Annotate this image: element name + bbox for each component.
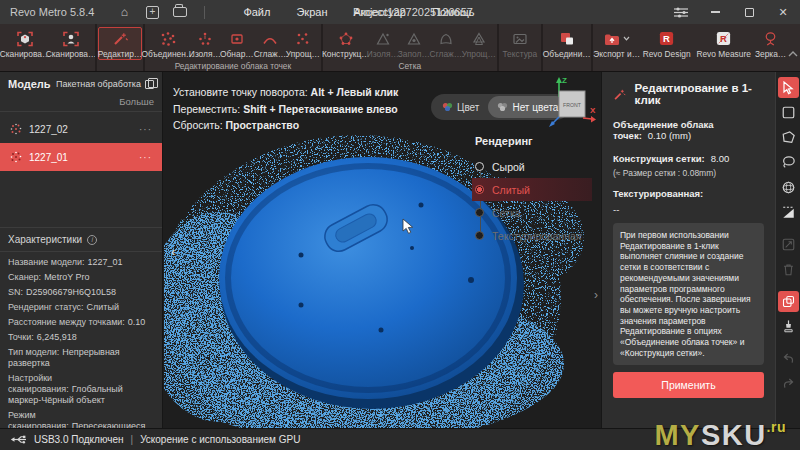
- crop-plane-tool[interactable]: [778, 202, 799, 223]
- model-name: 1227_02: [29, 124, 68, 135]
- polygon-select-tool[interactable]: [778, 127, 799, 148]
- svg-text:R: R: [663, 33, 670, 44]
- revo-measure-logo: R: [715, 29, 732, 48]
- axis-x-label: X: [590, 106, 596, 115]
- collapse-left-handle[interactable]: ‹: [171, 244, 175, 259]
- render-option-fused[interactable]: Слитый: [472, 178, 592, 201]
- model-menu-button[interactable]: ···: [139, 152, 152, 163]
- fill-holes-button[interactable]: Запол…: [398, 27, 430, 59]
- scan-button-2[interactable]: Сканирова…: [48, 27, 94, 59]
- revo-measure-button[interactable]: R Revo Measure: [694, 27, 754, 59]
- simplify-mesh-button[interactable]: Упрощ…: [462, 27, 496, 59]
- minimize-button[interactable]: [708, 5, 722, 19]
- point-cloud-icon: [10, 123, 22, 135]
- divider: [0, 227, 162, 228]
- merge-squares-icon: [558, 29, 576, 48]
- collapse-right-handle[interactable]: ›: [594, 288, 598, 302]
- redo-tool[interactable]: [778, 373, 799, 394]
- point-cloud-merge-icon: [159, 29, 177, 48]
- redo-icon: [780, 375, 797, 392]
- maximize-button[interactable]: [742, 5, 756, 19]
- undo-tool[interactable]: [778, 348, 799, 369]
- batch-processing-button[interactable]: Пакетная обработка: [56, 79, 154, 89]
- isolate-pointcloud-button[interactable]: Изоля…: [190, 27, 220, 59]
- scan-button-label: Сканирова…: [0, 49, 50, 59]
- render-option-mesh[interactable]: Сетка: [472, 201, 592, 224]
- merge-pointcloud-button[interactable]: Объединен…: [146, 27, 190, 59]
- toolbar-collapse-button[interactable]: [788, 37, 798, 71]
- button-label: Изоля…: [367, 49, 399, 59]
- apply-button[interactable]: Применить: [613, 372, 764, 398]
- navigation-cube[interactable]: Z FRONT X: [546, 73, 598, 135]
- close-button[interactable]: ✕: [776, 5, 790, 19]
- smooth-mesh-button[interactable]: Сглаж…: [430, 27, 462, 59]
- selection-tool-strip: [775, 72, 800, 428]
- construct-mesh-button[interactable]: Конструкц…: [324, 27, 368, 59]
- lasso-select-tool[interactable]: [778, 152, 799, 173]
- viewport-hints: Установите точку поворота: Alt + Левый к…: [173, 84, 398, 134]
- delete-selection-tool[interactable]: [778, 259, 799, 280]
- select-cursor-tool[interactable]: [778, 77, 799, 98]
- radio-icon: [475, 231, 484, 240]
- axis-z-label: Z: [562, 76, 567, 85]
- toolbar-section-merge: Объедини…: [544, 27, 590, 71]
- radio-icon: [475, 208, 484, 217]
- simplify-pointcloud-button[interactable]: Упрощ…: [286, 27, 320, 59]
- gpu-status: Ускорение с использованием GPU: [140, 434, 300, 445]
- viewport-3d[interactable]: Установите точку поворота: Alt + Левый к…: [164, 72, 600, 428]
- model-menu-button[interactable]: ···: [139, 124, 152, 135]
- status-separator: |: [131, 434, 134, 445]
- scan-button-1[interactable]: Сканирова…: [2, 27, 48, 59]
- export-folder-icon: [603, 31, 621, 47]
- settings-sliders-icon[interactable]: [674, 5, 688, 19]
- one-click-edit-panel: Редактирование в 1-клик Объединение обла…: [601, 72, 775, 428]
- render-option-raw[interactable]: Сырой: [472, 155, 592, 178]
- mysku-watermark: MYSKU.ru: [654, 421, 786, 450]
- param-mesh-construction: Конструкция сетки:8.00: [613, 153, 764, 164]
- minimize-icon: [711, 11, 720, 13]
- color-toggle-color[interactable]: Цвет: [433, 96, 488, 118]
- simplify-dots-icon: [294, 29, 312, 48]
- open-folder-icon[interactable]: [171, 4, 189, 20]
- model-item-1227_02[interactable]: 1227_02 ···: [0, 115, 162, 143]
- merge-models-button[interactable]: Объедини…: [544, 27, 590, 59]
- revo-design-button[interactable]: R Revo Design: [640, 27, 694, 59]
- property-row: Тип модели:Непрерывная развертка: [8, 347, 154, 369]
- batch-stack-icon: [145, 80, 154, 89]
- brush-tool[interactable]: [778, 316, 799, 337]
- rendering-panel: Рендеринг Сырой Слитый Сетка Текстуриров…: [472, 135, 592, 247]
- invert-selection-icon: [780, 236, 797, 253]
- button-label: Текстура: [502, 49, 537, 59]
- more-link[interactable]: Больше: [8, 96, 154, 107]
- export-button[interactable]: Экспорт и…: [594, 27, 640, 59]
- texture-button[interactable]: Текстура: [500, 27, 540, 59]
- edit-button-label: Редактир…: [98, 49, 143, 59]
- menu-file[interactable]: Файл: [243, 6, 270, 18]
- render-option-textured[interactable]: Текстурированная: [472, 224, 592, 247]
- detect-plane-button[interactable]: Обнар…: [220, 27, 254, 59]
- rectangle-select-tool[interactable]: [778, 102, 799, 123]
- merge-clouds-tool[interactable]: [778, 291, 799, 312]
- isolate-mesh-button[interactable]: Изоля…: [368, 27, 398, 59]
- new-project-icon[interactable]: +: [143, 4, 161, 20]
- mirror-button[interactable]: Зерка…: [754, 27, 788, 59]
- menu-screen[interactable]: Экран: [296, 6, 327, 18]
- toolbar-separator: [591, 24, 593, 71]
- invert-selection-tool[interactable]: [778, 234, 799, 255]
- home-icon[interactable]: ⌂: [115, 4, 133, 20]
- model-item-1227_01[interactable]: 1227_01 ···: [0, 143, 162, 171]
- button-label: Сглаж…: [254, 49, 286, 59]
- button-label: Объедини…: [543, 49, 591, 59]
- sphere-select-icon: [780, 179, 797, 196]
- edit-button[interactable]: Редактир…: [98, 27, 142, 60]
- sphere-select-tool[interactable]: [778, 177, 799, 198]
- toolbar-separator: [497, 24, 499, 71]
- smooth-curve-icon: [261, 29, 279, 48]
- info-icon[interactable]: i: [87, 235, 97, 245]
- titlebar-separator: [204, 6, 205, 19]
- render-option-label: Сырой: [492, 161, 525, 173]
- smooth-pointcloud-button[interactable]: Сглаж…: [254, 27, 286, 59]
- button-label: Экспорт и…: [593, 49, 640, 59]
- gray-dots-icon: [497, 102, 508, 112]
- toolbar-separator: [321, 24, 323, 71]
